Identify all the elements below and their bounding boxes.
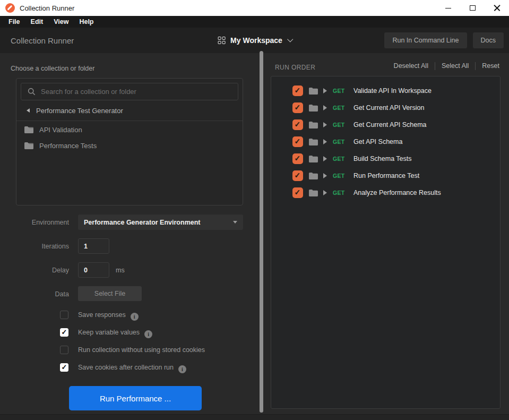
option-checkbox[interactable] <box>60 328 68 337</box>
request-checkbox[interactable] <box>292 102 303 113</box>
option-label-text: Run collection without using stored cook… <box>78 346 205 354</box>
header-actions: Run In Command Line Docs <box>384 32 504 48</box>
request-row: GET Validate API In Workspace <box>271 82 500 99</box>
request-checkbox[interactable] <box>292 136 303 147</box>
menu-bar: FileEditViewHelp <box>0 16 509 28</box>
expand-right-icon[interactable] <box>323 190 327 195</box>
data-row: Data Select File <box>0 286 260 302</box>
run-order-list: GET Validate API In Workspace GET Get Cu… <box>271 76 501 409</box>
search-input[interactable] <box>41 88 238 96</box>
request-name: Get Current API Schema <box>353 121 427 128</box>
folder-icon <box>309 105 318 112</box>
environment-select[interactable]: Performance Generator Environment <box>78 215 243 230</box>
run-in-command-line-button[interactable]: Run In Command Line <box>384 32 467 48</box>
run-order-title: RUN ORDER <box>275 64 315 71</box>
request-checkbox[interactable] <box>292 119 303 130</box>
request-name: Build Schema Tests <box>353 155 412 162</box>
request-method: GET <box>333 173 347 179</box>
request-checkbox[interactable] <box>292 85 303 96</box>
maximize-icon <box>470 5 476 11</box>
workspace-switcher[interactable]: My Workspace <box>218 36 291 45</box>
menu-item[interactable]: Edit <box>25 16 49 28</box>
close-button[interactable] <box>485 0 509 16</box>
request-row: GET Get Current API Schema <box>271 116 500 133</box>
menu-item[interactable]: Help <box>74 16 99 28</box>
collection-search <box>21 83 238 100</box>
folder-icon <box>24 126 33 133</box>
postman-logo-icon <box>5 3 15 13</box>
collection-header[interactable]: Performance Test Generator <box>16 100 243 121</box>
window-bottom-edge <box>0 414 509 420</box>
window-titlebar: Collection Runner <box>0 0 509 16</box>
workspace-grid-icon <box>218 37 226 45</box>
folder-item[interactable]: Performance Tests <box>16 138 243 153</box>
maximize-button[interactable] <box>460 0 485 16</box>
run-order-action[interactable]: Reset <box>475 62 499 70</box>
folder-icon <box>24 142 33 149</box>
run-order-action[interactable]: Deselect All <box>387 62 435 70</box>
expand-right-icon[interactable] <box>323 88 327 93</box>
option-row: Run collection without using stored cook… <box>0 345 260 355</box>
option-label: Save responses <box>78 311 139 319</box>
minimize-icon <box>445 8 451 8</box>
expand-right-icon[interactable] <box>323 139 327 144</box>
option-label-text: Keep variable values <box>78 329 140 336</box>
request-name: Analyze Performance Results <box>353 189 441 196</box>
expand-right-icon[interactable] <box>323 156 327 161</box>
expand-right-icon[interactable] <box>323 105 327 110</box>
expand-right-icon[interactable] <box>323 122 327 127</box>
menu-item[interactable]: File <box>3 16 25 28</box>
option-checkbox[interactable] <box>60 346 68 354</box>
request-checkbox[interactable] <box>292 153 303 164</box>
folder-icon <box>309 173 318 179</box>
runner-config-panel: Choose a collection or folder Performanc… <box>0 53 260 414</box>
run-order-action[interactable]: Select All <box>435 62 475 70</box>
delay-label: Delay <box>0 267 69 274</box>
iterations-input[interactable] <box>78 238 109 254</box>
folder-name: API Validation <box>39 126 82 134</box>
workspace-name: My Workspace <box>230 36 282 45</box>
request-checkbox[interactable] <box>292 187 303 198</box>
option-label: Save cookies after collection run <box>78 364 186 372</box>
request-row: GET Get Current API Version <box>271 99 500 116</box>
collection-browser: Performance Test Generator API Validatio… <box>16 78 243 205</box>
request-name: Get API Schema <box>353 138 402 145</box>
search-icon <box>28 88 36 96</box>
info-icon[interactable] <box>144 330 152 338</box>
collapse-left-icon <box>27 108 30 113</box>
close-icon <box>494 5 501 12</box>
option-label: Keep variable values <box>78 329 152 337</box>
iterations-row: Iterations <box>0 238 260 254</box>
option-checkbox[interactable] <box>60 363 68 372</box>
docs-button[interactable]: Docs <box>473 32 504 48</box>
info-icon[interactable] <box>131 313 139 321</box>
select-file-button[interactable]: Select File <box>78 286 142 301</box>
request-method: GET <box>333 156 347 162</box>
request-method: GET <box>333 122 347 128</box>
expand-right-icon[interactable] <box>323 173 327 178</box>
option-checkbox[interactable] <box>60 311 68 319</box>
run-performance-button[interactable]: Run Performance ... <box>69 386 202 410</box>
chevron-down-icon <box>287 36 293 42</box>
folder-icon <box>309 190 318 196</box>
environment-label: Environment <box>0 219 69 226</box>
vertical-scrollbar[interactable] <box>260 51 263 413</box>
minimize-button[interactable] <box>436 0 460 16</box>
folder-list: API Validation Performance Tests <box>16 122 243 153</box>
run-order-actions: Deselect AllSelect AllReset <box>387 62 499 70</box>
delay-input[interactable] <box>78 262 109 278</box>
menu-item[interactable]: View <box>48 16 74 28</box>
folder-item[interactable]: API Validation <box>16 122 243 138</box>
request-checkbox[interactable] <box>292 170 303 181</box>
request-row: GET Get API Schema <box>271 133 500 150</box>
iterations-label: Iterations <box>0 243 69 250</box>
folder-icon <box>309 88 318 95</box>
window-title: Collection Runner <box>20 4 74 12</box>
option-label-text: Save cookies after collection run <box>78 364 174 371</box>
request-method: GET <box>333 105 347 111</box>
option-row: Keep variable values <box>0 328 260 337</box>
run-order-panel: RUN ORDER Deselect AllSelect AllReset GE… <box>264 53 509 414</box>
info-icon[interactable] <box>178 365 186 373</box>
request-method: GET <box>333 139 347 145</box>
select-arrow-icon <box>233 221 237 224</box>
